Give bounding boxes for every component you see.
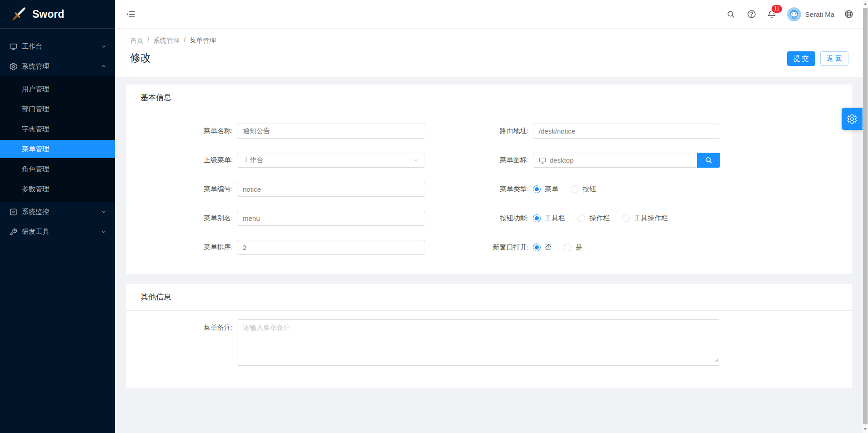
sidebar-item-system-monitor[interactable]: 系统监控: [0, 202, 115, 222]
menu-alias-label: 菜单别名:: [174, 214, 233, 223]
notification-badge: 11: [771, 5, 783, 13]
radio-unchecked-icon: [564, 244, 572, 251]
new-window-radio-group: 否 是: [533, 243, 582, 252]
route-label: 路由地址:: [489, 127, 529, 135]
section-title-other: 其他信息: [126, 284, 852, 310]
chevron-down-icon: [101, 209, 106, 214]
menu-remark-label: 菜单备注:: [174, 324, 233, 332]
icon-search-button[interactable]: [697, 153, 720, 168]
sidebar-item-param-mgmt[interactable]: 参数管理: [0, 180, 115, 198]
button-func-radio-tool-actionbar[interactable]: 工具操作栏: [622, 214, 668, 223]
page-actions: 提 交 返 回: [787, 51, 848, 66]
new-window-radio-no[interactable]: 否: [533, 243, 552, 252]
setting-gear-icon: [10, 63, 17, 70]
app-title: Sword: [32, 8, 64, 20]
search-icon[interactable]: [727, 10, 735, 19]
menu-fold-icon[interactable]: [126, 10, 135, 19]
button-func-radio-actionbar[interactable]: 操作栏: [577, 214, 610, 223]
topbar-right: 11 Serati Ma: [727, 7, 853, 21]
sidebar-item-dept-mgmt[interactable]: 部门管理: [0, 100, 115, 118]
back-button[interactable]: 返 回: [820, 51, 848, 66]
radio-unchecked-icon: [622, 214, 630, 222]
radio-checked-icon: [533, 185, 541, 193]
gear-icon: [847, 114, 857, 124]
menu-type-label: 菜单类型:: [489, 185, 529, 194]
sidebar-item-workbench[interactable]: 工作台: [0, 36, 115, 56]
sword-logo-icon: [11, 6, 26, 22]
parent-menu-label: 上级菜单:: [174, 156, 233, 164]
new-window-label: 新窗口打开:: [489, 243, 529, 252]
chevron-down-icon: [101, 229, 106, 234]
radio-checked-icon: [533, 244, 541, 251]
chevron-down-icon: [101, 44, 106, 49]
page-title: 修改: [130, 51, 863, 65]
chevron-up-icon: [101, 64, 106, 69]
theme-settings-button[interactable]: [842, 108, 863, 130]
menu-sort-input[interactable]: [237, 240, 425, 255]
scrollbar-up-arrow[interactable]: [863, 0, 868, 8]
sidebar-item-system-mgmt[interactable]: 系统管理: [0, 56, 115, 76]
radio-unchecked-icon: [571, 185, 578, 193]
menu-icon-input[interactable]: desktop: [533, 153, 697, 168]
button-func-label: 按钮功能:: [489, 214, 529, 223]
breadcrumb-separator: /: [184, 36, 186, 45]
breadcrumb-home[interactable]: 首页: [130, 36, 143, 45]
scrollbar-thumb[interactable]: [863, 8, 868, 424]
route-input[interactable]: [533, 124, 720, 139]
button-func-radio-group: 工具栏 操作栏 工具操作栏: [533, 214, 668, 223]
menu-remark-textarea[interactable]: [237, 319, 720, 366]
submit-button[interactable]: 提 交: [787, 51, 815, 66]
globe-icon[interactable]: [844, 10, 853, 19]
breadcrumb-current: 菜单管理: [190, 36, 216, 45]
section-title-basic: 基本信息: [126, 85, 852, 111]
tool-wrench-icon: [10, 228, 17, 236]
menu-alias-input[interactable]: [237, 211, 425, 226]
sidebar: Sword 工作台 系统管理 用户管理 部门管理 字典管理 菜单管理: [0, 0, 115, 433]
menu-code-input[interactable]: [237, 182, 425, 197]
breadcrumb-separator: /: [147, 36, 149, 45]
sidebar-item-role-mgmt[interactable]: 角色管理: [0, 160, 115, 178]
menu-name-input[interactable]: [237, 124, 425, 139]
menu-sort-label: 菜单排序:: [174, 243, 233, 252]
monitor-chart-icon: [10, 208, 17, 216]
sidebar-item-menu-mgmt[interactable]: 菜单管理: [0, 140, 115, 158]
new-window-radio-yes[interactable]: 是: [564, 243, 582, 252]
parent-menu-value: 工作台: [243, 156, 263, 164]
sidebar-item-user-mgmt[interactable]: 用户管理: [0, 80, 115, 98]
menu-icon-label: 菜单图标:: [489, 156, 529, 164]
user-name[interactable]: Serati Ma: [805, 10, 834, 18]
sidebar-item-dev-tools[interactable]: 研发工具: [0, 222, 115, 242]
avatar[interactable]: [787, 7, 801, 21]
topbar: 11 Serati Ma: [115, 0, 863, 29]
other-info-card: 其他信息 菜单备注:: [126, 284, 852, 388]
main-content: 基本信息 菜单名称: 路由地址: 上级菜单: 工作台: [115, 77, 863, 433]
notification-bell-icon[interactable]: 11: [767, 10, 776, 19]
parent-menu-select[interactable]: 工作台: [237, 153, 425, 168]
textarea-resize-handle[interactable]: [714, 356, 719, 364]
desktop-icon: [10, 43, 17, 50]
chevron-down-icon: [413, 157, 419, 163]
menu-type-radio-group: 菜单 按钮: [533, 185, 596, 194]
basic-info-card: 基本信息 菜单名称: 路由地址: 上级菜单: 工作台: [126, 85, 852, 274]
menu-code-label: 菜单编号:: [174, 185, 233, 194]
breadcrumb: 首页 / 系统管理 / 菜单管理: [130, 36, 863, 45]
app-logo[interactable]: Sword: [0, 0, 115, 29]
radio-checked-icon: [533, 214, 541, 222]
breadcrumb-section[interactable]: 系统管理: [153, 36, 180, 45]
page-scrollbar[interactable]: [863, 0, 868, 433]
desktop-icon: [539, 157, 546, 164]
help-icon[interactable]: [747, 10, 756, 19]
sidebar-nav: 工作台 系统管理 用户管理 部门管理 字典管理 菜单管理 角色管理 参数管理: [0, 29, 115, 242]
menu-name-label: 菜单名称:: [174, 127, 233, 135]
search-icon: [705, 156, 712, 164]
button-func-radio-toolbar[interactable]: 工具栏: [533, 214, 565, 223]
menu-type-radio-menu[interactable]: 菜单: [533, 185, 558, 194]
system-mgmt-submenu: 用户管理 部门管理 字典管理 菜单管理 角色管理 参数管理: [0, 76, 115, 202]
radio-unchecked-icon: [577, 214, 585, 222]
sidebar-item-dict-mgmt[interactable]: 字典管理: [0, 120, 115, 138]
menu-icon-value: desktop: [550, 156, 574, 164]
page-header: 首页 / 系统管理 / 菜单管理 修改 提 交 返 回: [115, 29, 863, 77]
scrollbar-down-arrow[interactable]: [863, 425, 868, 433]
menu-type-radio-button[interactable]: 按钮: [571, 185, 596, 194]
